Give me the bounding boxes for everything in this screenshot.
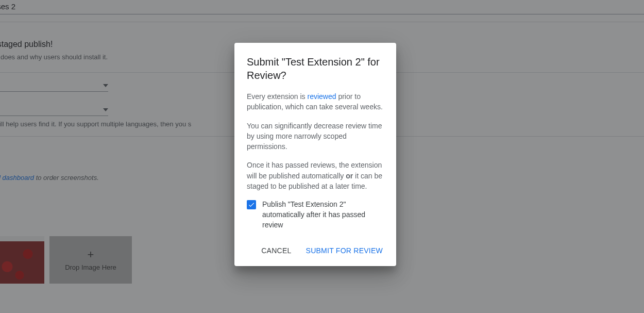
dialog-paragraph-2: You can significantly decrease review ti… (247, 121, 384, 152)
dialog-paragraph-1: Every extension is reviewed prior to pub… (247, 91, 384, 112)
dialog-paragraph-3: Once it has passed reviews, the extensio… (247, 160, 384, 191)
auto-publish-label: Publish "Test Extension 2" automatically… (262, 200, 384, 230)
submit-review-dialog: Submit "Test Extension 2" for Review? Ev… (234, 43, 396, 266)
auto-publish-checkbox[interactable] (247, 200, 256, 209)
check-icon (248, 201, 255, 208)
cancel-button[interactable]: Cancel (256, 242, 296, 259)
dialog-actions: Cancel Submit for review (243, 242, 388, 259)
submit-for-review-button[interactable]: Submit for review (301, 242, 388, 259)
reviewed-link[interactable]: reviewed (308, 92, 336, 101)
dialog-title: Submit "Test Extension 2" for Review? (247, 55, 384, 82)
